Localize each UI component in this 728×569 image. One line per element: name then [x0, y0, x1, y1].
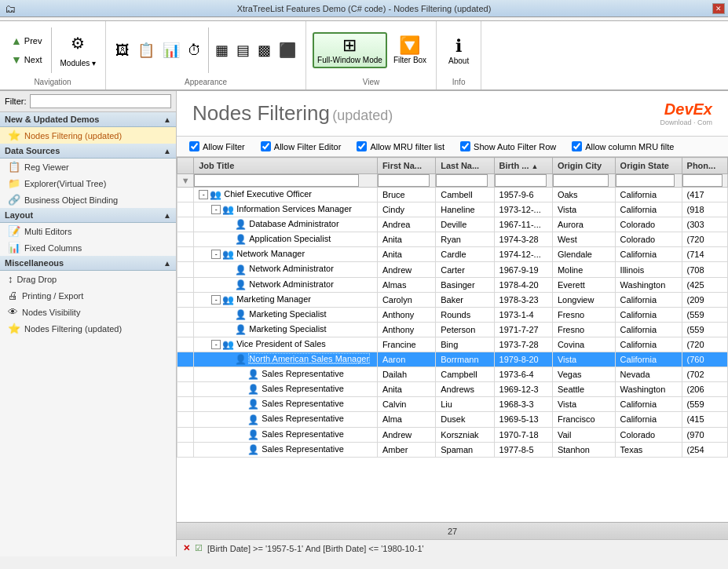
expand-button[interactable]: - — [211, 295, 221, 305]
cell-first-name: Anthony — [377, 307, 435, 322]
modules-label[interactable]: Modules ▾ — [57, 57, 99, 69]
filter-cell-last-name[interactable] — [436, 174, 494, 188]
sidebar-section-new-updated[interactable]: New & Updated Demos ▲ — [0, 112, 176, 127]
filter-input-origin-city[interactable] — [553, 174, 609, 187]
filter-cell-origin-city[interactable] — [552, 174, 615, 188]
col-first-name[interactable]: First Na... — [377, 158, 435, 174]
filter-clear-button[interactable]: ✕ — [183, 543, 190, 553]
show-auto-filter-checkbox[interactable] — [460, 141, 470, 151]
filter-input-phone[interactable] — [682, 174, 723, 187]
appearance-btn-4[interactable]: ⏱ — [185, 41, 205, 60]
option-allow-mru-filter[interactable]: Allow MRU filter list — [357, 141, 444, 151]
appearance-btn-8[interactable]: ⬛ — [276, 40, 299, 60]
expand-button[interactable]: - — [211, 250, 221, 259]
expand-button[interactable]: - — [199, 190, 208, 199]
allow-filter-editor-checkbox[interactable] — [261, 141, 271, 151]
option-allow-filter-editor[interactable]: Allow Filter Editor — [261, 141, 342, 151]
cell-origin-city: Aurora — [552, 217, 615, 232]
expand-button[interactable]: - — [211, 340, 221, 349]
table-row[interactable]: 👤Marketing SpecialistAnthonyPeterson1971… — [177, 322, 728, 337]
sidebar-section-data-sources[interactable]: Data Sources ▲ — [0, 144, 176, 159]
filter-expression-text: [Birth Date] >= '1957-5-1' And [Birth Da… — [207, 544, 424, 553]
col-birth-date[interactable]: Birth ... ▲ — [494, 158, 552, 174]
table-row[interactable]: 👤Sales RepresentativeDailahCampbell1973-… — [177, 367, 728, 382]
filter-box-button[interactable]: 🔽 Filter Box — [390, 34, 430, 67]
sidebar-item-business-object[interactable]: 🔗 Business Object Binding — [0, 191, 176, 208]
allow-column-mru-checkbox[interactable] — [572, 141, 582, 151]
modules-button[interactable]: ⚙ — [57, 32, 99, 54]
appearance-btn-5[interactable]: ▦ — [212, 40, 232, 60]
nav-buttons: ▲ Prev ▼ Next ⚙ Modules ▾ — [6, 24, 99, 76]
appearance-btn-7[interactable]: ▩ — [254, 40, 274, 60]
option-allow-column-mru[interactable]: Allow column MRU filte — [572, 141, 674, 151]
job-title-text: Sales Representative — [262, 414, 344, 423]
filter-input-birth-date[interactable] — [495, 174, 547, 187]
table-row[interactable]: -👥Chief Executive OfficerBruceCambell195… — [177, 188, 728, 202]
table-row[interactable]: 👤Sales RepresentativeCalvinLiu1968-3-3Vi… — [177, 397, 728, 412]
table-row[interactable]: 👤Database AdministratorAndreaDeville1967… — [177, 217, 728, 232]
filter-cell-origin-state[interactable] — [615, 174, 682, 188]
col-origin-state[interactable]: Origin State — [615, 158, 682, 174]
table-row[interactable]: 👤Marketing SpecialistAnthonyRounds1973-1… — [177, 307, 728, 322]
filter-input[interactable] — [30, 94, 172, 108]
sidebar-item-nodes-visibility[interactable]: 👁 Nodes Visibility — [0, 304, 176, 320]
sidebar-item-nodes-filtering[interactable]: ⭐ Nodes Filtering (updated) — [0, 127, 176, 144]
table-row[interactable]: 👤Application SpecialistAnitaRyan1974-3-2… — [177, 232, 728, 247]
table-row[interactable]: 👤Network AdministratorAndrewCarter1967-9… — [177, 262, 728, 277]
sidebar-item-explorer[interactable]: 📁 Explorer(Virtual Tree) — [0, 175, 176, 191]
sidebar-item-reg-viewer[interactable]: 📋 Reg Viewer — [0, 159, 176, 175]
expand-button[interactable]: - — [211, 205, 221, 214]
sidebar-item-nodes-filtering-2[interactable]: ⭐ Nodes Filtering (updated) — [0, 320, 176, 337]
table-row[interactable]: 👤Network AdministratorAlmasBasinger1978-… — [177, 277, 728, 292]
sidebar-section-layout[interactable]: Layout ▲ — [0, 208, 176, 223]
filter-cell-birth-date[interactable] — [494, 174, 552, 188]
allow-filter-checkbox[interactable] — [189, 141, 199, 151]
full-window-button[interactable]: ⊞ Full-Window Mode — [313, 32, 387, 68]
table-row[interactable]: -👥Marketing ManagerCarolynBaker1978-3-23… — [177, 292, 728, 307]
col-last-name[interactable]: Last Na... — [436, 158, 494, 174]
table-row[interactable]: 👤Sales RepresentativeAnitaAndrews1969-12… — [177, 382, 728, 397]
tree-grid-container[interactable]: Job Title First Na... Last Na... Birth .… — [177, 157, 728, 522]
table-row[interactable]: 👤Sales RepresentativeAlmaDusek1969-5-13F… — [177, 412, 728, 427]
sidebar-item-drag-drop[interactable]: ↕ Drag Drop — [0, 271, 176, 287]
ribbon-content: ▲ Prev ▼ Next ⚙ Modules ▾ Navigation — [0, 20, 728, 89]
next-button[interactable]: ▼ Next — [6, 52, 46, 67]
about-button[interactable]: ℹ About — [443, 35, 474, 67]
filter-input-job-title[interactable] — [194, 174, 358, 187]
manager-icon: 👥 — [222, 294, 234, 305]
cell-phone: (254 — [682, 442, 727, 457]
table-row[interactable]: -👥Network ManagerAnitaCardle1974-12-...G… — [177, 247, 728, 262]
option-allow-filter[interactable]: Allow Filter — [189, 141, 245, 151]
appearance-label: Appearance — [185, 78, 227, 86]
filter-cell-first-name[interactable] — [377, 174, 435, 188]
sidebar-item-multi-editors[interactable]: 📝 Multi Editors — [0, 223, 176, 239]
filter-input-origin-state[interactable] — [616, 174, 675, 187]
option-show-auto-filter[interactable]: Show Auto Filter Row — [460, 141, 556, 151]
appearance-btn-6[interactable]: ▤ — [233, 40, 253, 60]
person-icon: 👤 — [247, 429, 259, 440]
sidebar-item-fixed-columns[interactable]: 📊 Fixed Columns — [0, 239, 176, 256]
sidebar-section-label-2: Data Sources — [5, 146, 60, 155]
allow-mru-filter-checkbox[interactable] — [357, 141, 367, 151]
appearance-btn-1[interactable]: 🖼 — [112, 41, 133, 60]
col-job-title[interactable]: Job Title — [194, 158, 378, 174]
table-row[interactable]: 👤North American Sales ManagerAaronBorrma… — [177, 352, 728, 367]
table-row[interactable]: 👤Sales RepresentativeAmberSpaman1977-8-5… — [177, 442, 728, 457]
filter-input-first-name[interactable] — [378, 174, 430, 187]
business-icon: 🔗 — [8, 194, 20, 206]
sidebar-section-misc[interactable]: Miscellaneous ▲ — [0, 256, 176, 271]
appearance-btn-3[interactable]: 📊 — [159, 40, 183, 60]
cell-job-title: 👤Marketing Specialist — [194, 322, 378, 337]
prev-button[interactable]: ▲ Prev — [6, 33, 46, 49]
filter-cell-phone[interactable] — [682, 174, 727, 188]
col-origin-city[interactable]: Origin City — [552, 158, 615, 174]
table-row[interactable]: 👤Sales RepresentativeAndrewKorszniak1970… — [177, 427, 728, 442]
col-phone[interactable]: Phon... — [682, 158, 727, 174]
filter-input-last-name[interactable] — [436, 174, 488, 187]
appearance-btn-2[interactable]: 📋 — [134, 40, 158, 60]
table-row[interactable]: -👥Vice President of SalesFrancineBing197… — [177, 337, 728, 352]
sidebar-item-printing[interactable]: 🖨 Printing / Export — [0, 287, 176, 304]
table-row[interactable]: -👥Information Services ManagerCindyHanel… — [177, 202, 728, 217]
close-button[interactable]: ✕ — [712, 3, 725, 14]
filter-cell-job-title[interactable] — [194, 174, 378, 188]
